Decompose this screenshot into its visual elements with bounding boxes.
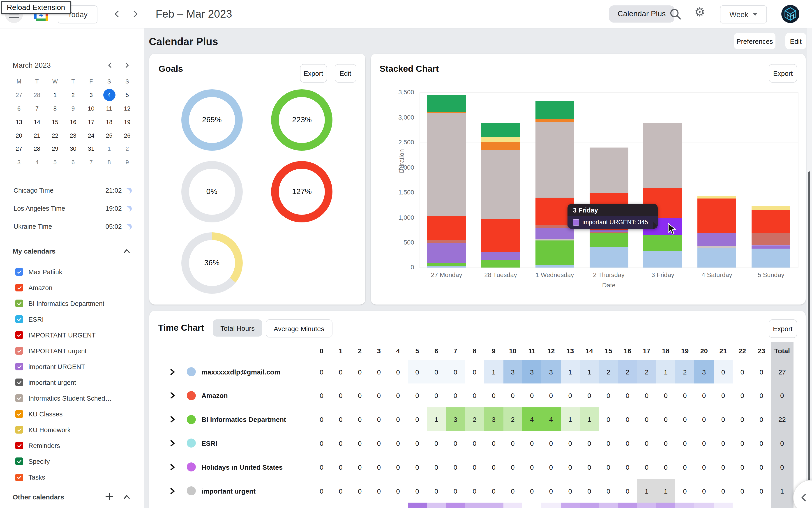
mini-calendar-day[interactable]: 11 xyxy=(103,102,115,115)
bar-segment-taupe_light[interactable] xyxy=(535,239,574,241)
expand-chevron-icon[interactable] xyxy=(169,439,176,447)
bar-segment-purple[interactable] xyxy=(481,252,520,260)
bar-segment-green[interactable] xyxy=(481,260,520,268)
mini-calendar-day[interactable]: 5 xyxy=(121,89,133,101)
mini-calendar-day[interactable]: 2 xyxy=(67,89,79,101)
edit-page-button[interactable]: Edit xyxy=(785,33,806,49)
mini-calendar-day[interactable]: 17 xyxy=(85,116,97,128)
gear-icon[interactable]: ⚙ xyxy=(694,6,705,18)
mini-calendar-day[interactable]: 30 xyxy=(67,143,79,155)
calendar-checkbox[interactable] xyxy=(15,410,23,418)
calendar-plus-pill-button[interactable]: Calendar Plus xyxy=(609,5,674,23)
calendar-checkbox[interactable] xyxy=(15,363,23,370)
mini-calendar-day[interactable]: 6 xyxy=(13,102,25,115)
bar-segment-lightblue[interactable] xyxy=(643,251,682,268)
bar-segment-yellow[interactable] xyxy=(481,137,520,142)
bar-segment-emerald[interactable] xyxy=(481,123,520,137)
calendar-checkbox[interactable] xyxy=(15,426,23,434)
mini-calendar-day[interactable]: 21 xyxy=(31,129,43,141)
expand-chevron-icon[interactable] xyxy=(169,416,176,423)
my-calendar-item[interactable]: important urgent xyxy=(15,375,137,390)
bar-segment-red[interactable] xyxy=(752,210,790,233)
mini-calendar-day[interactable]: 3 xyxy=(13,156,25,168)
mini-calendar-day[interactable]: 27 xyxy=(13,143,25,155)
bar-segment-red[interactable] xyxy=(427,216,466,240)
bar-segment-orange[interactable] xyxy=(481,142,520,150)
bar-segment-green[interactable] xyxy=(643,235,682,251)
view-select-dropdown[interactable]: Week xyxy=(720,5,767,24)
mini-calendar-day[interactable]: 25 xyxy=(103,129,115,141)
mini-calendar-day[interactable]: 2 xyxy=(121,143,133,155)
my-calendar-item[interactable]: important URGENT xyxy=(15,359,137,375)
next-period-icon[interactable] xyxy=(130,9,140,19)
mini-calendar-day[interactable]: 1 xyxy=(49,89,61,101)
expand-chevron-icon[interactable] xyxy=(169,487,176,495)
mini-calendar-day[interactable]: 4 xyxy=(31,156,43,168)
add-calendar-icon[interactable] xyxy=(105,492,114,501)
mini-calendar-day[interactable]: 15 xyxy=(49,116,61,128)
calendar-checkbox[interactable] xyxy=(15,379,23,386)
bar-segment-salmon[interactable] xyxy=(589,232,628,232)
bar-segment-lightblue[interactable] xyxy=(697,248,736,268)
mini-calendar-day[interactable]: 27 xyxy=(13,89,25,101)
mini-calendar-day[interactable]: 31 xyxy=(85,143,97,155)
calendar-checkbox[interactable] xyxy=(15,268,23,276)
goals-edit-button[interactable]: Edit xyxy=(335,64,356,83)
mini-calendar-day[interactable]: 14 xyxy=(31,116,43,128)
total-hours-toggle[interactable]: Total Hours xyxy=(213,320,262,337)
mini-calendar-prev-icon[interactable] xyxy=(106,61,114,69)
calendar-checkbox[interactable] xyxy=(15,315,23,323)
avatar[interactable] xyxy=(781,5,799,23)
mini-calendar-day[interactable]: 6 xyxy=(67,156,79,168)
expand-chevron-icon[interactable] xyxy=(169,368,176,376)
mini-calendar-day[interactable]: 9 xyxy=(67,102,79,115)
mini-calendar-day[interactable]: 28 xyxy=(31,143,43,155)
search-icon[interactable] xyxy=(669,8,682,20)
bar-segment-purple[interactable] xyxy=(427,243,466,263)
bar-segment-green[interactable] xyxy=(535,241,574,265)
my-calendar-item[interactable]: IMPORTANT urgent xyxy=(15,343,137,359)
mini-calendar-day[interactable]: 24 xyxy=(85,129,97,141)
mini-calendar-day[interactable]: 7 xyxy=(31,102,43,115)
my-calendar-item[interactable]: Tasks xyxy=(15,469,137,485)
my-calendar-item[interactable]: Amazon xyxy=(15,280,137,296)
average-minutes-toggle[interactable]: Average Minutes xyxy=(265,320,333,337)
my-calendar-item[interactable]: KU Homework xyxy=(15,422,137,438)
mini-calendar-day[interactable]: 10 xyxy=(85,102,97,115)
calendar-checkbox[interactable] xyxy=(15,473,23,481)
mini-calendar-day[interactable]: 1 xyxy=(103,143,115,155)
goals-export-button[interactable]: Export xyxy=(300,64,327,83)
calendar-checkbox[interactable] xyxy=(15,458,23,465)
mini-calendar-day[interactable]: 12 xyxy=(121,102,133,115)
mini-calendar-day[interactable]: 16 xyxy=(67,116,79,128)
bar-segment-taupe_light[interactable] xyxy=(697,246,736,248)
bar-segment-lightblue[interactable] xyxy=(589,247,628,268)
bar-segment-green[interactable] xyxy=(427,263,466,266)
bar-segment-red[interactable] xyxy=(697,199,736,233)
bar-segment-lightblue[interactable] xyxy=(752,249,790,268)
mini-calendar-day-selected[interactable]: 4 xyxy=(103,89,115,101)
scrollbar-thumb[interactable] xyxy=(808,171,810,508)
bar-segment-purple[interactable] xyxy=(535,228,574,239)
mini-calendar-day[interactable]: 3 xyxy=(85,89,97,101)
my-calendar-item[interactable]: IMPORTANT URGENT xyxy=(15,327,137,343)
calendar-checkbox[interactable] xyxy=(15,331,23,339)
bar-segment-salmon[interactable] xyxy=(427,240,466,243)
calendar-checkbox[interactable] xyxy=(15,442,23,450)
my-calendar-item[interactable]: KU Classes xyxy=(15,406,137,422)
bar-segment-yellow[interactable] xyxy=(752,206,790,210)
mini-calendar-day[interactable]: 9 xyxy=(121,156,133,168)
mini-calendar-day[interactable]: 28 xyxy=(31,89,43,101)
collapse-my-calendars-icon[interactable] xyxy=(123,247,131,255)
collapse-other-calendars-icon[interactable] xyxy=(123,493,131,501)
bar-segment-emerald[interactable] xyxy=(427,95,466,113)
my-calendar-item[interactable]: BI Informatics Department xyxy=(15,296,137,311)
mini-calendar-day[interactable]: 7 xyxy=(85,156,97,168)
bar-segment-taupe[interactable] xyxy=(643,123,682,188)
bar-segment-purple[interactable] xyxy=(697,233,736,246)
expand-chevron-icon[interactable] xyxy=(169,463,176,471)
bar-segment-taupe[interactable] xyxy=(535,122,574,198)
bar-segment-taupe[interactable] xyxy=(589,148,628,193)
bar-segment-purple[interactable] xyxy=(589,229,628,232)
mini-calendar-day[interactable]: 29 xyxy=(49,143,61,155)
